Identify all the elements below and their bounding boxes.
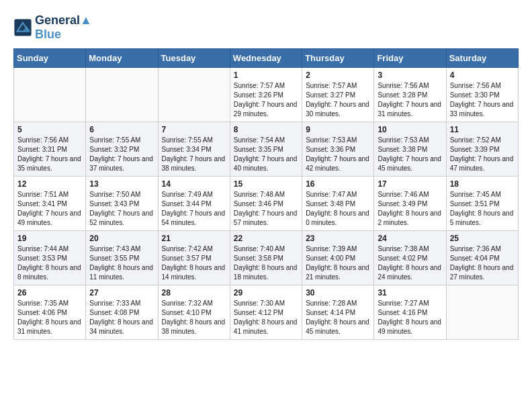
calendar-cell (86, 68, 158, 122)
logo-line1: General▲ (35, 13, 92, 28)
calendar-cell: 28Sunrise: 7:32 AM Sunset: 4:10 PM Dayli… (158, 285, 230, 340)
day-number: 17 (378, 179, 442, 189)
calendar-cell: 19Sunrise: 7:44 AM Sunset: 3:53 PM Dayli… (14, 231, 86, 285)
calendar-cell: 3Sunrise: 7:56 AM Sunset: 3:28 PM Daylig… (374, 68, 446, 122)
weekday-header-wednesday: Wednesday (230, 49, 302, 68)
calendar-cell: 4Sunrise: 7:56 AM Sunset: 3:30 PM Daylig… (446, 68, 518, 122)
day-number: 6 (89, 125, 154, 134)
logo-line2: Blue (35, 28, 92, 42)
weekday-header-friday: Friday (374, 49, 446, 68)
day-number: 23 (306, 234, 370, 243)
day-number: 19 (17, 234, 82, 243)
calendar-cell: 22Sunrise: 7:40 AM Sunset: 3:58 PM Dayli… (230, 231, 302, 285)
calendar-cell: 9Sunrise: 7:53 AM Sunset: 3:36 PM Daylig… (302, 122, 374, 177)
day-number: 28 (162, 288, 226, 298)
day-number: 25 (450, 234, 515, 243)
day-info: Sunrise: 7:45 AM Sunset: 3:51 PM Dayligh… (450, 190, 515, 228)
day-info: Sunrise: 7:53 AM Sunset: 3:38 PM Dayligh… (378, 136, 442, 173)
weekday-header-monday: Monday (86, 49, 158, 68)
day-info: Sunrise: 7:39 AM Sunset: 4:00 PM Dayligh… (306, 244, 370, 282)
calendar-cell: 11Sunrise: 7:52 AM Sunset: 3:39 PM Dayli… (446, 122, 518, 177)
calendar-cell: 30Sunrise: 7:28 AM Sunset: 4:14 PM Dayli… (302, 285, 374, 340)
calendar-cell: 8Sunrise: 7:54 AM Sunset: 3:35 PM Daylig… (230, 122, 302, 177)
day-info: Sunrise: 7:56 AM Sunset: 3:28 PM Dayligh… (378, 81, 442, 119)
calendar-cell: 10Sunrise: 7:53 AM Sunset: 3:38 PM Dayli… (374, 122, 446, 177)
day-info: Sunrise: 7:55 AM Sunset: 3:32 PM Dayligh… (89, 136, 154, 173)
day-number: 12 (17, 179, 82, 189)
day-info: Sunrise: 7:40 AM Sunset: 3:58 PM Dayligh… (234, 244, 298, 282)
day-number: 11 (450, 125, 515, 134)
calendar-cell: 27Sunrise: 7:33 AM Sunset: 4:08 PM Dayli… (86, 285, 158, 340)
logo: General▲ Blue (13, 13, 92, 42)
day-number: 1 (234, 71, 298, 80)
day-number: 22 (234, 234, 298, 243)
calendar-cell: 15Sunrise: 7:48 AM Sunset: 3:46 PM Dayli… (230, 177, 302, 231)
day-number: 30 (306, 288, 370, 298)
calendar-cell: 5Sunrise: 7:56 AM Sunset: 3:31 PM Daylig… (14, 122, 86, 177)
day-number: 29 (234, 288, 298, 298)
calendar-cell: 18Sunrise: 7:45 AM Sunset: 3:51 PM Dayli… (446, 177, 518, 231)
day-number: 2 (306, 71, 370, 80)
day-info: Sunrise: 7:51 AM Sunset: 3:41 PM Dayligh… (17, 190, 82, 228)
day-info: Sunrise: 7:53 AM Sunset: 3:36 PM Dayligh… (306, 136, 370, 173)
day-info: Sunrise: 7:47 AM Sunset: 3:48 PM Dayligh… (306, 190, 370, 228)
calendar-cell: 31Sunrise: 7:27 AM Sunset: 4:16 PM Dayli… (374, 285, 446, 340)
calendar-week-4: 19Sunrise: 7:44 AM Sunset: 3:53 PM Dayli… (14, 231, 519, 285)
calendar-cell: 29Sunrise: 7:30 AM Sunset: 4:12 PM Dayli… (230, 285, 302, 340)
calendar-cell: 14Sunrise: 7:49 AM Sunset: 3:44 PM Dayli… (158, 177, 230, 231)
day-number: 8 (234, 125, 298, 134)
day-info: Sunrise: 7:48 AM Sunset: 3:46 PM Dayligh… (234, 190, 298, 228)
calendar-week-5: 26Sunrise: 7:35 AM Sunset: 4:06 PM Dayli… (14, 285, 519, 340)
day-number: 18 (450, 179, 515, 189)
day-number: 31 (378, 288, 442, 298)
day-info: Sunrise: 7:32 AM Sunset: 4:10 PM Dayligh… (162, 299, 226, 336)
day-info: Sunrise: 7:46 AM Sunset: 3:49 PM Dayligh… (378, 190, 442, 228)
day-info: Sunrise: 7:42 AM Sunset: 3:57 PM Dayligh… (162, 244, 226, 282)
weekday-header-saturday: Saturday (446, 49, 518, 68)
calendar-cell: 25Sunrise: 7:36 AM Sunset: 4:04 PM Dayli… (446, 231, 518, 285)
day-info: Sunrise: 7:56 AM Sunset: 3:31 PM Dayligh… (17, 136, 82, 173)
day-number: 13 (89, 179, 154, 189)
day-info: Sunrise: 7:43 AM Sunset: 3:55 PM Dayligh… (89, 244, 154, 282)
calendar-cell (446, 285, 518, 340)
day-number: 15 (234, 179, 298, 189)
calendar-table: SundayMondayTuesdayWednesdayThursdayFrid… (13, 48, 519, 340)
calendar-cell: 12Sunrise: 7:51 AM Sunset: 3:41 PM Dayli… (14, 177, 86, 231)
day-info: Sunrise: 7:30 AM Sunset: 4:12 PM Dayligh… (234, 299, 298, 336)
logo-icon (13, 18, 32, 37)
calendar-cell: 6Sunrise: 7:55 AM Sunset: 3:32 PM Daylig… (86, 122, 158, 177)
day-info: Sunrise: 7:36 AM Sunset: 4:04 PM Dayligh… (450, 244, 515, 282)
day-info: Sunrise: 7:27 AM Sunset: 4:16 PM Dayligh… (378, 299, 442, 336)
day-number: 5 (17, 125, 82, 134)
calendar-cell: 21Sunrise: 7:42 AM Sunset: 3:57 PM Dayli… (158, 231, 230, 285)
calendar-cell: 20Sunrise: 7:43 AM Sunset: 3:55 PM Dayli… (86, 231, 158, 285)
day-info: Sunrise: 7:33 AM Sunset: 4:08 PM Dayligh… (89, 299, 154, 336)
day-info: Sunrise: 7:50 AM Sunset: 3:43 PM Dayligh… (89, 190, 154, 228)
weekday-header-tuesday: Tuesday (158, 49, 230, 68)
calendar-cell: 23Sunrise: 7:39 AM Sunset: 4:00 PM Dayli… (302, 231, 374, 285)
day-number: 24 (378, 234, 442, 243)
calendar-cell: 16Sunrise: 7:47 AM Sunset: 3:48 PM Dayli… (302, 177, 374, 231)
calendar-header: SundayMondayTuesdayWednesdayThursdayFrid… (14, 49, 519, 68)
day-info: Sunrise: 7:56 AM Sunset: 3:30 PM Dayligh… (450, 81, 515, 119)
day-info: Sunrise: 7:49 AM Sunset: 3:44 PM Dayligh… (162, 190, 226, 228)
calendar-cell: 24Sunrise: 7:38 AM Sunset: 4:02 PM Dayli… (374, 231, 446, 285)
day-number: 3 (378, 71, 442, 80)
day-number: 4 (450, 71, 515, 80)
calendar-cell: 2Sunrise: 7:57 AM Sunset: 3:27 PM Daylig… (302, 68, 374, 122)
day-info: Sunrise: 7:38 AM Sunset: 4:02 PM Dayligh… (378, 244, 442, 282)
day-number: 10 (378, 125, 442, 134)
calendar-cell: 1Sunrise: 7:57 AM Sunset: 3:26 PM Daylig… (230, 68, 302, 122)
calendar-cell (14, 68, 86, 122)
day-info: Sunrise: 7:57 AM Sunset: 3:26 PM Dayligh… (234, 81, 298, 119)
day-info: Sunrise: 7:28 AM Sunset: 4:14 PM Dayligh… (306, 299, 370, 336)
day-number: 20 (89, 234, 154, 243)
calendar-week-3: 12Sunrise: 7:51 AM Sunset: 3:41 PM Dayli… (14, 177, 519, 231)
calendar-week-2: 5Sunrise: 7:56 AM Sunset: 3:31 PM Daylig… (14, 122, 519, 177)
calendar-cell: 17Sunrise: 7:46 AM Sunset: 3:49 PM Dayli… (374, 177, 446, 231)
day-number: 7 (162, 125, 226, 134)
day-info: Sunrise: 7:44 AM Sunset: 3:53 PM Dayligh… (17, 244, 82, 282)
day-number: 16 (306, 179, 370, 189)
day-info: Sunrise: 7:35 AM Sunset: 4:06 PM Dayligh… (17, 299, 82, 336)
day-info: Sunrise: 7:54 AM Sunset: 3:35 PM Dayligh… (234, 136, 298, 173)
